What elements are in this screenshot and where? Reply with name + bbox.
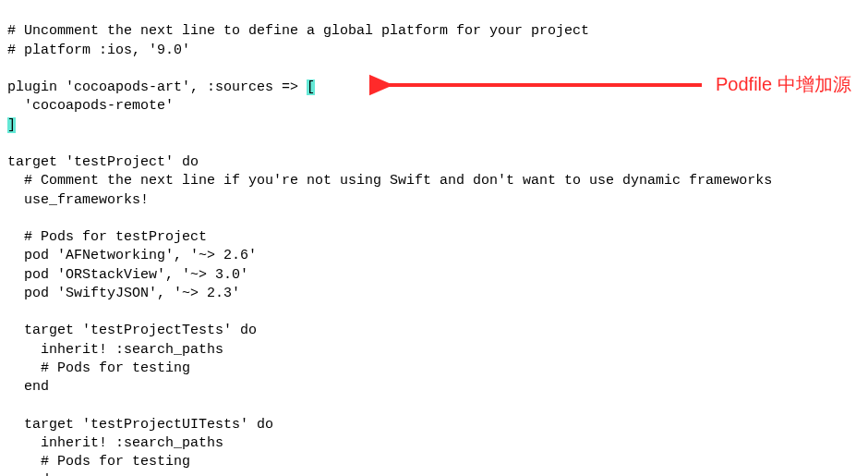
code-line: # platform :ios, '9.0' (7, 43, 190, 58)
annotation-label: Podfile 中增加源 (716, 72, 851, 97)
code-line: inherit! :search_paths (7, 342, 223, 358)
code-line: pod 'ORStackView', '~> 3.0' (7, 267, 248, 283)
code-line: # Uncomment the next line to define a gl… (7, 23, 589, 39)
highlight-bracket-open: [ (307, 79, 315, 95)
code-line: target 'testProjectTests' do (7, 323, 257, 338)
code-line: pod 'AFNetworking', '~> 2.6' (7, 248, 257, 263)
code-line: # Pods for testing (7, 454, 190, 470)
code-line: # Pods for testProject (7, 229, 207, 245)
code-line: # Pods for testing (7, 360, 190, 376)
code-line: inherit! :search_paths (7, 435, 223, 451)
code-line: plugin 'cocoapods-art', :sources => [ (7, 79, 315, 95)
code-line: target 'testProjectUITests' do (7, 417, 273, 433)
code-line: target 'testProject' do (7, 154, 199, 170)
code-line: pod 'SwiftyJSON', '~> 2.3' (7, 286, 240, 301)
annotation-arrow-icon (369, 67, 711, 104)
code-line: end (7, 379, 49, 395)
code-line: end (7, 472, 49, 476)
code-line: ] (7, 117, 16, 133)
highlight-bracket-close: ] (7, 117, 16, 133)
code-line: # Comment the next line if you're not us… (7, 173, 772, 189)
code-line: 'cocoapods-remote' (7, 98, 174, 114)
code-line: use_frameworks! (7, 192, 149, 208)
